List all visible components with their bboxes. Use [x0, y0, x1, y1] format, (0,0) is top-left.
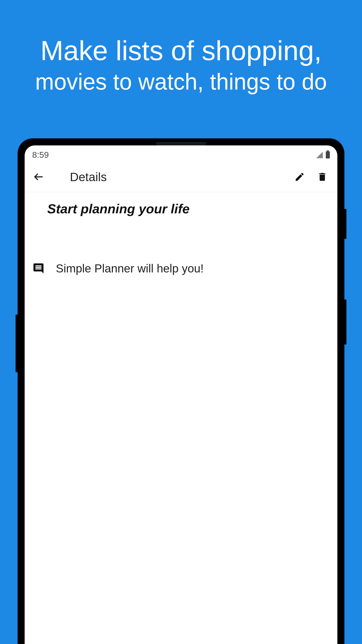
phone-notch	[156, 142, 206, 145]
status-bar: 8:59 ×	[25, 145, 337, 162]
phone-screen: 8:59 × Details	[25, 145, 337, 644]
battery-icon	[326, 151, 330, 158]
delete-button[interactable]	[315, 169, 330, 184]
app-bar: Details	[25, 162, 337, 192]
content-area: Start planning your life Simple Planner …	[25, 192, 337, 304]
signal-icon: ×	[316, 152, 323, 158]
phone-side-button	[16, 314, 18, 372]
promo-line-1: Make lists of shopping,	[0, 35, 362, 66]
description-row: Simple Planner will help you!	[32, 262, 330, 275]
comment-icon	[32, 262, 45, 275]
task-description: Simple Planner will help you!	[56, 262, 204, 275]
promo-heading: Make lists of shopping, movies to watch,…	[0, 0, 362, 95]
phone-side-button	[344, 299, 346, 345]
trash-icon	[317, 172, 328, 182]
phone-frame: 8:59 × Details	[18, 138, 344, 644]
edit-button[interactable]	[292, 169, 307, 184]
task-title: Start planning your life	[47, 201, 330, 216]
back-button[interactable]	[32, 171, 45, 183]
pencil-icon	[294, 172, 305, 182]
status-time: 8:59	[32, 150, 49, 160]
page-title: Details	[70, 170, 285, 184]
status-icons: ×	[316, 151, 330, 158]
promo-line-2: movies to watch, things to do	[0, 68, 362, 95]
arrow-left-icon	[33, 171, 44, 182]
phone-side-button	[344, 209, 346, 239]
